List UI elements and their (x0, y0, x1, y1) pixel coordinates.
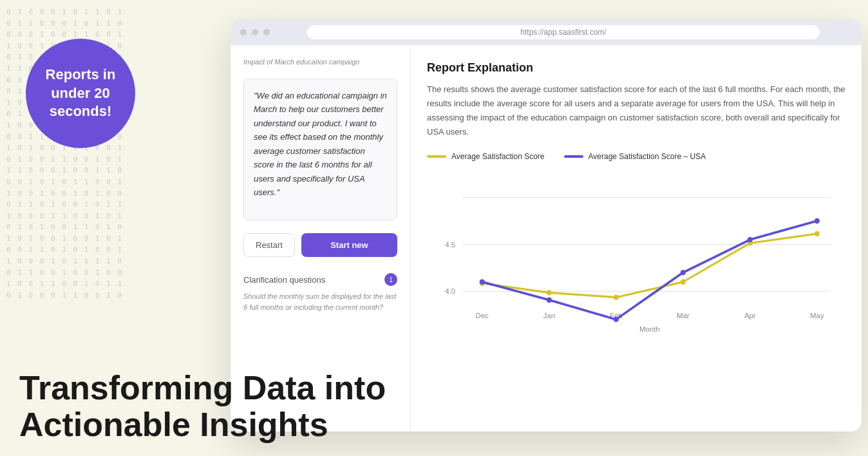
legend-item-yellow: Average Satisfaction Score (427, 152, 545, 161)
browser-dot-1 (240, 29, 247, 35)
svg-point-13 (547, 290, 552, 296)
page-bottom-text: Transforming Data into Actionable Insigh… (0, 370, 419, 456)
button-row: Restart Start new (243, 233, 397, 257)
svg-text:4.0: 4.0 (445, 288, 455, 296)
browser-dot-2 (252, 29, 258, 35)
svg-text:Dec: Dec (476, 312, 489, 319)
svg-point-17 (815, 231, 820, 236)
query-box: "We did an educational campaign in March… (243, 79, 397, 220)
badge-circle: Reports in under 20 seconds! (26, 39, 135, 148)
binary-text: 0 1 0 0 0 1 0 1 1 0 1 0 1 1 0 0 0 1 0 1 … (0, 0, 219, 307)
svg-point-19 (547, 298, 552, 303)
badge-text: Reports in under 20 seconds! (39, 59, 122, 128)
purple-line (482, 221, 817, 319)
svg-point-20 (614, 317, 619, 322)
chart-svg: 4.0 4.5 Dec Jan Feb Mar Apr May Month (427, 171, 845, 338)
svg-text:4.5: 4.5 (445, 241, 455, 249)
start-new-button[interactable]: Start new (301, 233, 397, 257)
svg-point-23 (815, 218, 820, 223)
clarification-title: Clarification questions (243, 275, 325, 285)
clarification-header: Clarification questions 1 (243, 273, 397, 286)
legend-line-purple (564, 155, 583, 158)
svg-point-14 (614, 295, 619, 300)
svg-text:Apr: Apr (744, 312, 756, 319)
browser-url: https://app.saasfirst.com/ (307, 25, 820, 39)
legend-purple-label: Average Satisfaction Score – USA (589, 152, 706, 161)
svg-text:May: May (810, 312, 824, 319)
clarification-section: Clarification questions 1 Should the mon… (243, 273, 397, 312)
clarification-badge: 1 (384, 273, 397, 286)
query-text: "We did an educational campaign in March… (254, 89, 387, 200)
browser-bar: https://app.saasfirst.com/ (231, 19, 862, 45)
svg-text:Jan: Jan (543, 312, 555, 319)
svg-point-18 (480, 280, 485, 285)
report-panel: Report Explanation The results shows the… (411, 45, 862, 432)
svg-point-15 (681, 280, 686, 285)
yellow-line (482, 234, 817, 298)
svg-text:Mar: Mar (677, 312, 690, 319)
legend-item-purple: Average Satisfaction Score – USA (564, 152, 706, 161)
chart-area: 4.0 4.5 Dec Jan Feb Mar Apr May Month (427, 171, 845, 338)
legend-line-yellow (427, 155, 446, 158)
legend-yellow-label: Average Satisfaction Score (451, 152, 545, 161)
heading-line1: Transforming Data into (19, 370, 399, 406)
report-description: The results shows the average customer s… (427, 82, 845, 139)
clarification-question: Should the monthly sum be displayed for … (243, 291, 397, 312)
chart-legend: Average Satisfaction Score Average Satis… (427, 152, 845, 161)
svg-text:Month: Month (639, 325, 660, 333)
svg-point-22 (748, 237, 753, 242)
report-title: Report Explanation (427, 61, 845, 75)
svg-point-21 (681, 270, 686, 275)
browser-dot-3 (263, 29, 270, 35)
restart-button[interactable]: Restart (243, 233, 295, 257)
panel-title: Impact of March education campaign (243, 58, 397, 66)
heading-line2: Actionable Insights (19, 406, 399, 443)
